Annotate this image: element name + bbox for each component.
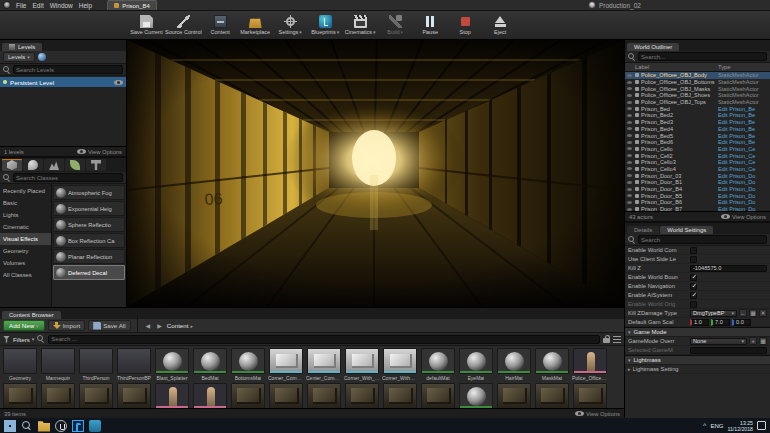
checkbox[interactable] bbox=[690, 301, 697, 308]
visibility-eye-icon[interactable] bbox=[627, 141, 632, 144]
scale-z-field[interactable]: 0.0 bbox=[732, 319, 751, 326]
checkbox[interactable] bbox=[690, 256, 697, 263]
actor-type[interactable]: Edit Prison_Be bbox=[718, 139, 770, 145]
save-all-button[interactable]: Save All bbox=[88, 320, 130, 331]
actor-type[interactable]: Edit Prison_Do bbox=[718, 206, 770, 211]
outliner-row[interactable]: Prison_Cello3 Edit Prison_Ce bbox=[625, 159, 770, 166]
clock[interactable]: 13:25 11/12/2018 bbox=[727, 420, 753, 432]
actor-type[interactable]: Edit Prison_Ce bbox=[718, 159, 770, 165]
visibility-eye-icon[interactable] bbox=[627, 194, 632, 197]
actor-type[interactable]: StaticMeshActor bbox=[718, 72, 770, 78]
EyeMat[interactable]: EyeMat bbox=[458, 348, 494, 381]
actor-type[interactable]: Edit Prison_Do bbox=[718, 193, 770, 199]
toolbar-button[interactable]: Marketplace bbox=[239, 12, 272, 39]
outliner-row[interactable]: Prison_Door_03 Edit Prison_Do bbox=[625, 172, 770, 179]
filters-button[interactable]: Filters ▾ bbox=[13, 336, 34, 343]
outliner-row[interactable]: Prison_Door_B7 Edit Prison_Do bbox=[625, 206, 770, 211]
add-new-button[interactable]: Add New ▾ bbox=[3, 320, 45, 331]
visibility-eye-icon[interactable] bbox=[627, 174, 632, 177]
Center_Compon[interactable]: Center_Compon bbox=[306, 348, 342, 381]
mode-geometry-tab[interactable] bbox=[86, 159, 106, 171]
actor-type[interactable]: Edit Prison_Be bbox=[718, 126, 770, 132]
outliner-view-options[interactable]: View Options bbox=[721, 214, 766, 220]
language-indicator[interactable]: ENG bbox=[710, 423, 723, 429]
back-button[interactable]: ◀ bbox=[144, 322, 153, 329]
visibility-eye-icon[interactable] bbox=[627, 188, 632, 191]
actor-type[interactable]: Edit Prison_Do bbox=[718, 173, 770, 179]
asset-tile[interactable] bbox=[230, 383, 266, 408]
outliner-row[interactable]: Police_Officee_OBJ_Masks StaticMeshActor bbox=[625, 85, 770, 92]
actor-type[interactable]: StaticMeshActor bbox=[718, 79, 770, 85]
mode-category[interactable]: Cinematic bbox=[0, 221, 51, 233]
BottomsMat[interactable]: BottomsMat bbox=[230, 348, 266, 381]
Corner_With_Bars[interactable]: Corner_With_Bars bbox=[344, 348, 380, 381]
section-lightmass[interactable]: ▾ Lightmass bbox=[625, 355, 770, 365]
chevron-right-icon[interactable]: ▸ bbox=[628, 366, 631, 372]
toolbar-button[interactable]: Pause bbox=[414, 12, 447, 39]
mode-category[interactable]: Lights bbox=[0, 209, 51, 221]
toolbar-button[interactable]: Content bbox=[204, 12, 237, 39]
MaskMat[interactable]: MaskMat bbox=[534, 348, 570, 381]
placeable-item[interactable]: Exponential Heig bbox=[53, 201, 125, 216]
column-type[interactable]: Type bbox=[718, 64, 770, 70]
actor-type[interactable]: Edit Prison_Do bbox=[718, 199, 770, 205]
visibility-eye-icon[interactable] bbox=[627, 107, 632, 110]
mode-paint-tab[interactable] bbox=[23, 159, 43, 171]
outliner-row[interactable]: Prison_Cell2 Edit Prison_Ce bbox=[625, 152, 770, 159]
add-icon[interactable]: + bbox=[749, 337, 757, 345]
Mannequin[interactable]: Mannequin bbox=[40, 348, 76, 381]
mode-category[interactable]: Volumes bbox=[0, 257, 51, 269]
defaultMat[interactable]: defaultMat bbox=[420, 348, 456, 381]
visibility-eye-icon[interactable] bbox=[627, 114, 632, 117]
clear-icon[interactable]: ✕ bbox=[759, 309, 767, 317]
view-mode-icon[interactable] bbox=[613, 336, 621, 343]
menu-item[interactable]: File bbox=[13, 2, 29, 9]
visibility-eye-icon[interactable] bbox=[627, 74, 632, 77]
level-row[interactable]: Persistent Level bbox=[0, 77, 126, 87]
checkbox[interactable] bbox=[690, 247, 697, 254]
toolbar-button[interactable]: Source Control bbox=[165, 12, 202, 39]
menu-item[interactable]: Window bbox=[47, 2, 76, 9]
section-game-mode[interactable]: ▾ Game Mode bbox=[625, 327, 770, 337]
mode-category[interactable]: Geometry bbox=[0, 245, 51, 257]
actor-type[interactable]: Edit Prison_Be bbox=[718, 106, 770, 112]
actor-type[interactable]: Edit Prison_Ce bbox=[718, 153, 770, 159]
BedMat[interactable]: BedMat bbox=[192, 348, 228, 381]
ThirdPerson[interactable]: ThirdPerson bbox=[78, 348, 114, 381]
Corner_WithDoo[interactable]: Corner_WithDoo bbox=[382, 348, 418, 381]
levels-search-input[interactable] bbox=[13, 65, 123, 74]
tab-world-outliner[interactable]: World Outliner bbox=[627, 43, 679, 51]
content-view-options[interactable]: View Options bbox=[575, 411, 620, 417]
tab-levels[interactable]: Levels bbox=[2, 43, 42, 51]
outliner-row[interactable]: Prison_Door_B4 Edit Prison_Do bbox=[625, 186, 770, 193]
asset-tile[interactable] bbox=[496, 383, 532, 408]
asset-tile[interactable] bbox=[306, 383, 342, 408]
actor-type[interactable]: Edit Prison_Ce bbox=[718, 146, 770, 152]
details-search-input[interactable] bbox=[638, 235, 767, 244]
outliner-row[interactable]: Prison_Bed4 Edit Prison_Be bbox=[625, 126, 770, 133]
visibility-eye-icon[interactable] bbox=[627, 127, 632, 130]
scale-y-field[interactable]: 7.0 bbox=[711, 319, 730, 326]
gamemode-dropdown[interactable]: None ▾ bbox=[690, 338, 747, 345]
photoshop-icon[interactable] bbox=[72, 420, 84, 432]
outliner-row[interactable]: Prison_Bed3 Edit Prison_Be bbox=[625, 119, 770, 126]
outliner-row[interactable]: Police_Officee_OBJ_Shoes StaticMeshActor bbox=[625, 92, 770, 99]
use-selected-icon[interactable]: ← bbox=[739, 309, 747, 317]
outliner-row[interactable]: Prison_Door_B6 Edit Prison_Do bbox=[625, 199, 770, 206]
toolbar-button[interactable]: Settings▾ bbox=[274, 12, 307, 39]
asset-tile[interactable] bbox=[534, 383, 570, 408]
tab-content-browser[interactable]: Content Browser bbox=[2, 311, 61, 319]
visibility-eye-icon[interactable] bbox=[627, 94, 632, 97]
visibility-eye-icon[interactable] bbox=[627, 121, 632, 124]
selected-gamemode-field[interactable] bbox=[690, 347, 767, 354]
Police_Officee_OBJ_Body[interactable]: Police_Officee_OBJ_Body bbox=[572, 348, 608, 381]
forward-button[interactable]: ▶ bbox=[155, 322, 164, 329]
Corner_Compon[interactable]: Corner_Compon bbox=[268, 348, 304, 381]
mode-landscape-tab[interactable] bbox=[44, 159, 64, 171]
visibility-eye-icon[interactable] bbox=[114, 80, 123, 85]
checkbox[interactable] bbox=[690, 283, 697, 290]
actor-type[interactable]: Edit Prison_Be bbox=[718, 112, 770, 118]
outliner-row[interactable]: Prison_Bed2 Edit Prison_Be bbox=[625, 112, 770, 119]
world-icon[interactable] bbox=[38, 53, 46, 61]
outliner-row[interactable]: Police_Officee_OBJ_Bottoms StaticMeshAct… bbox=[625, 79, 770, 86]
